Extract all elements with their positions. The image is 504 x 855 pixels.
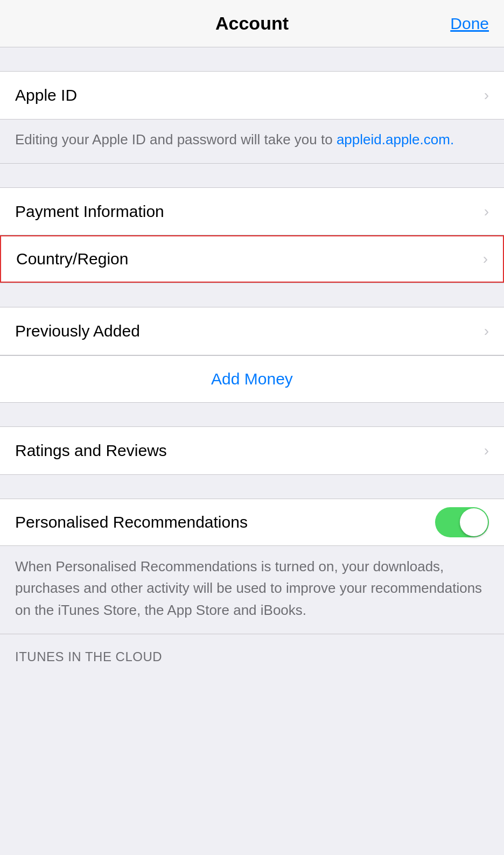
add-money-label: Add Money <box>211 370 293 388</box>
apple-id-label: Apple ID <box>15 86 77 104</box>
payment-information-row[interactable]: Payment Information › <box>0 188 504 235</box>
apple-id-info-text: Editing your Apple ID and password will … <box>15 131 454 148</box>
bottom-gap <box>0 670 504 702</box>
personalised-recommendations-label: Personalised Recommendations <box>15 513 248 531</box>
personalised-recommendations-toggle[interactable] <box>435 507 489 537</box>
section-gap-payment <box>0 164 504 187</box>
previously-added-label: Previously Added <box>15 322 140 340</box>
previously-added-chevron: › <box>484 323 489 340</box>
ratings-reviews-label: Ratings and Reviews <box>15 441 167 460</box>
add-money-row[interactable]: Add Money <box>0 355 504 403</box>
page-title: Account <box>215 13 289 34</box>
itunes-cloud-label: iTunes in the Cloud <box>15 649 162 664</box>
ratings-section: Ratings and Reviews › <box>0 426 504 475</box>
payment-information-label: Payment Information <box>15 202 164 221</box>
personalised-description: When Personalised Recommendations is tur… <box>0 546 504 634</box>
section-gap-personalised <box>0 475 504 499</box>
apple-id-info: Editing your Apple ID and password will … <box>0 120 504 164</box>
previously-section: Previously Added › <box>0 307 504 355</box>
payment-section: Payment Information › Country/Region › <box>0 187 504 283</box>
apple-id-link[interactable]: appleid.apple.com. <box>337 131 454 148</box>
country-region-label: Country/Region <box>16 250 128 268</box>
apple-id-chevron: › <box>484 87 489 104</box>
previously-added-row[interactable]: Previously Added › <box>0 307 504 355</box>
itunes-cloud-header: iTunes in the Cloud <box>0 634 504 670</box>
personalised-description-text: When Personalised Recommendations is tur… <box>15 558 482 618</box>
personalised-recommendations-row: Personalised Recommendations <box>0 499 504 546</box>
section-gap-top <box>0 47 504 71</box>
apple-id-section: Apple ID › <box>0 71 504 120</box>
payment-chevron: › <box>484 203 489 220</box>
apple-id-row[interactable]: Apple ID › <box>0 72 504 119</box>
nav-bar: Account Done <box>0 0 504 47</box>
ratings-reviews-chevron: › <box>484 442 489 459</box>
section-gap-ratings <box>0 403 504 426</box>
ratings-reviews-row[interactable]: Ratings and Reviews › <box>0 427 504 474</box>
section-gap-previously <box>0 283 504 307</box>
toggle-knob <box>460 508 488 536</box>
country-region-row[interactable]: Country/Region › <box>0 235 504 283</box>
done-button[interactable]: Done <box>450 15 489 33</box>
country-region-chevron: › <box>483 250 488 268</box>
